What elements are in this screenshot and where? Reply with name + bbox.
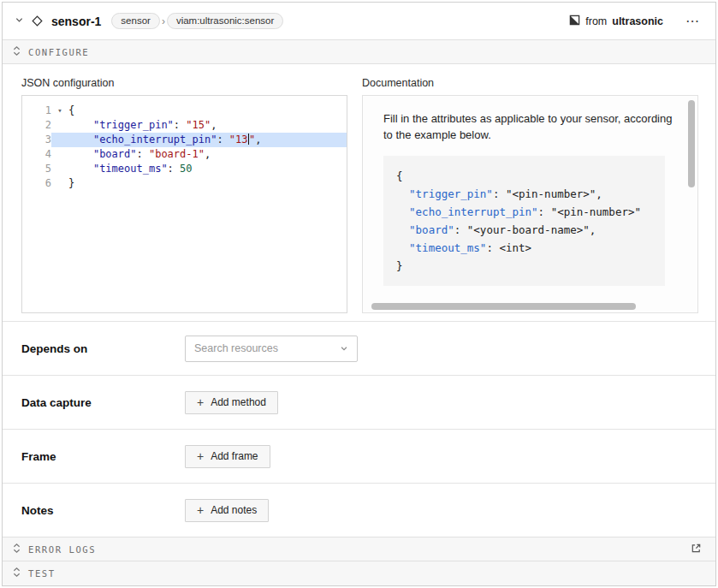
code-token: "15" xyxy=(186,119,211,131)
card-collapse-button[interactable] xyxy=(11,13,27,29)
fold-gutter xyxy=(51,118,68,133)
code-text: "timeout_ms": 50 xyxy=(68,162,193,176)
code-token: { xyxy=(68,104,74,116)
code-text: } xyxy=(68,176,74,191)
model-badge: viam:ultrasonic:sensor xyxy=(167,13,283,29)
code-token: : "<your-board-name>", xyxy=(454,223,596,236)
editor-line-content: "echo_interrupt_pin": "13", xyxy=(51,133,347,147)
test-section-label: TEST xyxy=(28,568,56,579)
doc-code-line: "trigger_pin": "<pin-number>", xyxy=(396,185,656,203)
documentation-panel: Fill in the attributes as applicable to … xyxy=(362,95,698,313)
component-title: sensor-1 xyxy=(51,15,101,28)
add-method-button[interactable]: + Add method xyxy=(185,391,278,414)
component-card: sensor-1 sensor › viam:ultrasonic:sensor… xyxy=(2,2,716,586)
plus-icon: + xyxy=(197,450,204,462)
code-token: , xyxy=(211,119,217,131)
json-editor[interactable]: 1▾{2 "trigger_pin": "15",3 "echo_interru… xyxy=(21,95,347,313)
code-token xyxy=(396,241,409,254)
code-token: "echo_interrupt_pin" xyxy=(409,205,538,218)
doc-code-block: { "trigger_pin": "<pin-number>", "echo_i… xyxy=(383,156,665,286)
doc-code-line: "board": "<your-board-name>", xyxy=(396,221,656,239)
data-capture-label: Data capture xyxy=(21,396,185,409)
code-token: "13 xyxy=(229,134,248,146)
code-token: "board-1" xyxy=(149,148,205,160)
line-number: 4 xyxy=(22,147,51,162)
chevrons-up-down-icon xyxy=(13,566,21,581)
code-token: "timeout_ms" xyxy=(409,241,486,254)
code-token: : "<pin-number>", xyxy=(493,187,602,200)
frame-label: Frame xyxy=(21,450,185,463)
plus-icon: + xyxy=(197,504,204,516)
code-token: : "<pin-number>" xyxy=(538,205,641,218)
code-token: } xyxy=(396,259,403,272)
header-right: from ultrasonic ⋯ xyxy=(569,11,703,31)
module-name: ultrasonic xyxy=(612,15,663,27)
editor-line[interactable]: 1▾{ xyxy=(22,104,347,118)
open-logs-button[interactable] xyxy=(687,541,705,558)
doc-code-line: "echo_interrupt_pin": "<pin-number>" xyxy=(396,203,656,221)
line-number: 6 xyxy=(22,176,51,191)
doc-code-line: { xyxy=(396,167,656,185)
doc-code-line: } xyxy=(396,257,656,275)
code-token: "board" xyxy=(409,223,454,236)
configure-section-bar[interactable]: CONFIGURE xyxy=(3,39,715,64)
code-token: , xyxy=(255,134,261,146)
chevrons-up-down-icon xyxy=(13,45,21,60)
documentation-column: Documentation Fill in the attributes as … xyxy=(362,77,698,321)
code-token: { xyxy=(396,169,403,182)
line-number: 5 xyxy=(22,162,51,176)
horizontal-scrollbar-thumb[interactable] xyxy=(371,303,636,310)
add-method-button-label: Add method xyxy=(211,396,266,408)
type-badge: sensor xyxy=(111,13,160,29)
overflow-menu-button[interactable]: ⋯ xyxy=(682,11,703,31)
sensor-diamond-icon xyxy=(27,13,47,29)
json-config-label: JSON configuration xyxy=(21,77,347,89)
breadcrumb-chevron-icon: › xyxy=(162,15,165,27)
fold-gutter xyxy=(51,133,68,147)
test-section-bar[interactable]: TEST xyxy=(3,561,715,585)
code-text: "trigger_pin": "15", xyxy=(68,118,217,133)
fold-toggle-icon[interactable]: ▾ xyxy=(51,104,68,118)
add-notes-button-label: Add notes xyxy=(211,504,257,516)
fold-gutter xyxy=(51,147,68,162)
plus-icon: + xyxy=(197,396,204,408)
module-icon xyxy=(569,15,580,28)
configure-body: JSON configuration 1▾{2 "trigger_pin": "… xyxy=(3,64,715,321)
editor-line-content: } xyxy=(51,176,347,191)
editor-line[interactable]: 4 "board": "board-1", xyxy=(22,147,347,162)
editor-line[interactable]: 3 "echo_interrupt_pin": "13", xyxy=(22,133,347,147)
code-token xyxy=(396,187,409,200)
json-config-column: JSON configuration 1▾{2 "trigger_pin": "… xyxy=(21,77,347,321)
fold-gutter xyxy=(51,176,68,191)
code-token: "timeout_ms" xyxy=(93,163,168,175)
add-frame-button[interactable]: + Add frame xyxy=(185,445,270,468)
fold-gutter xyxy=(51,162,68,176)
notes-row: Notes + Add notes xyxy=(3,483,715,537)
depends-on-select[interactable]: Search resources xyxy=(185,336,358,362)
error-logs-section-bar[interactable]: ERROR LOGS xyxy=(3,537,715,561)
vertical-scrollbar-thumb[interactable] xyxy=(688,100,695,187)
code-text: "board": "board-1", xyxy=(68,147,211,162)
editor-line-content: "trigger_pin": "15", xyxy=(51,118,347,133)
frame-row: Frame + Add frame xyxy=(3,429,715,483)
documentation-label: Documentation xyxy=(362,77,698,89)
module-source: from ultrasonic xyxy=(569,15,663,28)
editor-line-content: "timeout_ms": 50 xyxy=(51,162,347,176)
add-frame-button-label: Add frame xyxy=(211,450,258,462)
editor-line[interactable]: 5 "timeout_ms": 50 xyxy=(22,162,347,176)
editor-line-content: ▾{ xyxy=(51,104,347,118)
code-text: "echo_interrupt_pin": "13", xyxy=(68,133,262,147)
doc-code-line: "timeout_ms": <int> xyxy=(396,239,656,257)
documentation-intro: Fill in the attributes as applicable to … xyxy=(383,110,679,143)
add-notes-button[interactable]: + Add notes xyxy=(185,499,269,522)
code-token: } xyxy=(68,177,74,189)
code-token: "trigger_pin" xyxy=(409,187,493,200)
code-token: "echo_interrupt_pin" xyxy=(93,134,217,146)
code-token xyxy=(68,134,93,146)
editor-line[interactable]: 6} xyxy=(22,176,347,191)
code-token xyxy=(396,223,409,236)
code-token xyxy=(68,148,93,160)
from-label: from xyxy=(585,15,607,27)
line-number: 2 xyxy=(22,118,51,133)
editor-line[interactable]: 2 "trigger_pin": "15", xyxy=(22,118,347,133)
